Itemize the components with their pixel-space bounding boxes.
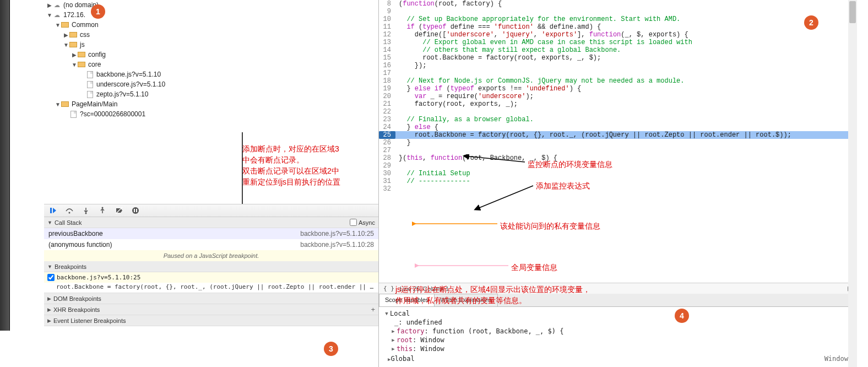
pause-exceptions-button[interactable] — [131, 206, 140, 215]
line-number[interactable]: 29 — [379, 162, 395, 170]
code-line[interactable]: 11 if (typeof define === 'function' && d… — [379, 23, 857, 31]
scope-var[interactable]: ▶root: Window — [383, 336, 853, 344]
code-line[interactable]: 19 } else if (typeof exports !== 'undefi… — [379, 85, 857, 93]
line-number[interactable]: 19 — [379, 85, 395, 93]
code-line[interactable]: 16 }); — [379, 62, 857, 69]
line-number[interactable]: 16 — [379, 62, 395, 69]
breakpoint-label: backbone.js?v=5.1.10:25 — [57, 274, 140, 281]
tree-file-backbone[interactable]: backbone.js?v=5.1.10 — [44, 69, 378, 79]
code-line[interactable]: 29 — [379, 162, 857, 170]
code-editor[interactable]: 8(function(root, factory) {910 // Set up… — [379, 0, 857, 283]
line-number[interactable]: 15 — [379, 54, 395, 62]
line-number[interactable]: 26 — [379, 139, 395, 147]
code-line[interactable]: 13 // Export global even in AMD case in … — [379, 39, 857, 46]
code-line[interactable]: 22 — [379, 108, 857, 116]
deactivate-breakpoints-button[interactable] — [115, 206, 123, 215]
step-into-button[interactable] — [82, 206, 90, 215]
step-out-button[interactable] — [98, 206, 107, 215]
scope-variables-panel: ▼Local _: undefined ▶factory: function (… — [379, 307, 857, 367]
line-number[interactable]: 30 — [379, 170, 395, 177]
code-line[interactable]: 14 // others that may still expect a glo… — [379, 46, 857, 54]
label: Breakpoints — [55, 263, 86, 270]
label: config — [88, 51, 106, 58]
editor-scrollbar[interactable] — [848, 0, 857, 367]
val: : function (root, Backbone, _, $) { — [425, 327, 564, 336]
svg-point-2 — [69, 212, 70, 214]
code-line[interactable]: 31 // ------------- — [379, 177, 857, 185]
code-line[interactable]: 20 var _ = require('underscore'); — [379, 93, 857, 100]
line-number[interactable]: 8 — [379, 0, 395, 8]
code-line[interactable]: 10 // Set up Backbone appropriately for … — [379, 15, 857, 23]
label: js — [80, 41, 85, 48]
line-number[interactable]: 25 — [379, 131, 395, 139]
scope-var[interactable]: ▶this: Window — [383, 344, 853, 353]
code-line[interactable]: 15 root.Backbone = factory(root, exports… — [379, 54, 857, 62]
tree-js[interactable]: ▼js — [44, 40, 378, 50]
callstack-row[interactable]: (anonymous function)backbone.js?v=5.1.10… — [44, 239, 378, 250]
prop: factory — [397, 327, 425, 336]
callstack-row[interactable]: previousBackbonebackbone.js?v=5.1.10:25 — [44, 228, 378, 239]
code-line[interactable]: 30 // Initial Setup — [379, 170, 857, 177]
code-line[interactable]: 23 // Finally, as a browser global. — [379, 116, 857, 123]
scope-var[interactable]: ▶factory: function (root, Backbone, _, $… — [383, 327, 853, 336]
scope-var[interactable]: _: undefined — [383, 318, 853, 327]
tree-core[interactable]: ▼core — [44, 60, 378, 69]
callstack-header[interactable]: ▼Call StackAsync — [44, 217, 378, 228]
tree-config[interactable]: ▶config — [44, 50, 378, 60]
line-number[interactable]: 14 — [379, 46, 395, 54]
tree-file-zepto[interactable]: zepto.js?v=5.1.10 — [44, 89, 378, 99]
code-line[interactable]: 32 — [379, 185, 857, 193]
async-checkbox[interactable] — [350, 219, 357, 226]
breakpoint-row[interactable]: backbone.js?v=5.1.10:25 — [44, 272, 378, 283]
frame-name: previousBackbone — [48, 230, 103, 238]
code-line[interactable]: 27 — [379, 147, 857, 154]
label: Common — [72, 21, 99, 29]
code-line[interactable]: 18 // Next for Node.js or CommonJS. jQue… — [379, 77, 857, 85]
tree-common[interactable]: ▼Common — [44, 20, 378, 30]
line-number[interactable]: 9 — [379, 8, 395, 15]
code-content: // Initial Setup — [395, 170, 857, 177]
line-number[interactable]: 32 — [379, 185, 395, 193]
code-line[interactable]: 26 } — [379, 139, 857, 147]
line-number[interactable]: 22 — [379, 108, 395, 116]
line-number[interactable]: 31 — [379, 177, 395, 185]
code-line[interactable]: 9 — [379, 8, 857, 15]
code-line[interactable]: 28}(this, function(root, Backbone, _, $)… — [379, 154, 857, 162]
line-number[interactable]: 10 — [379, 15, 395, 23]
tree-css[interactable]: ▶css — [44, 30, 378, 40]
code-line[interactable]: 25 root.Backbone = factory(root, {}, roo… — [379, 131, 857, 139]
line-number[interactable]: 23 — [379, 116, 395, 123]
code-line[interactable]: 24 } else { — [379, 123, 857, 131]
line-number[interactable]: 20 — [379, 93, 395, 100]
code-line[interactable]: 17 — [379, 69, 857, 77]
code-line[interactable]: 12 define(['underscore', 'jquery', 'expo… — [379, 31, 857, 39]
code-line[interactable]: 8(function(root, factory) { — [379, 0, 857, 8]
resume-button[interactable] — [48, 206, 57, 215]
line-number[interactable]: 13 — [379, 39, 395, 46]
line-number[interactable]: 28 — [379, 154, 395, 162]
tree-pagemain[interactable]: ▼PageMain/Main — [44, 99, 378, 109]
line-number[interactable]: 24 — [379, 123, 395, 131]
add-xhr-button[interactable]: + — [371, 305, 375, 314]
svg-point-8 — [132, 207, 139, 214]
step-over-button[interactable] — [65, 206, 74, 215]
line-number[interactable]: 17 — [379, 69, 395, 77]
dom-breakpoints-header[interactable]: ▶DOM Breakpoints — [44, 293, 378, 304]
line-number[interactable]: 18 — [379, 77, 395, 85]
line-number[interactable]: 11 — [379, 23, 395, 31]
line-number[interactable]: 12 — [379, 31, 395, 39]
tree-file-sc[interactable]: ?sc=00000266800001 — [44, 109, 378, 119]
xhr-breakpoints-header[interactable]: ▶XHR Breakpoints+ — [44, 304, 378, 315]
event-listener-breakpoints-header[interactable]: ▶Event Listener Breakpoints — [44, 315, 378, 326]
pretty-print-button[interactable]: { } — [383, 285, 394, 292]
scope-local[interactable]: ▼Local — [383, 309, 853, 318]
line-number[interactable]: 21 — [379, 100, 395, 108]
code-content — [395, 69, 857, 77]
code-line[interactable]: 21 factory(root, exports, _); — [379, 100, 857, 108]
scope-global[interactable]: ▶GlobalWindow — [383, 353, 853, 365]
line-number[interactable]: 27 — [379, 147, 395, 154]
tree-file-underscore[interactable]: underscore.js?v=5.1.10 — [44, 79, 378, 89]
breakpoints-header[interactable]: ▼Breakpoints — [44, 261, 378, 272]
frame-name: (anonymous function) — [48, 241, 112, 249]
breakpoint-checkbox[interactable] — [47, 274, 55, 281]
